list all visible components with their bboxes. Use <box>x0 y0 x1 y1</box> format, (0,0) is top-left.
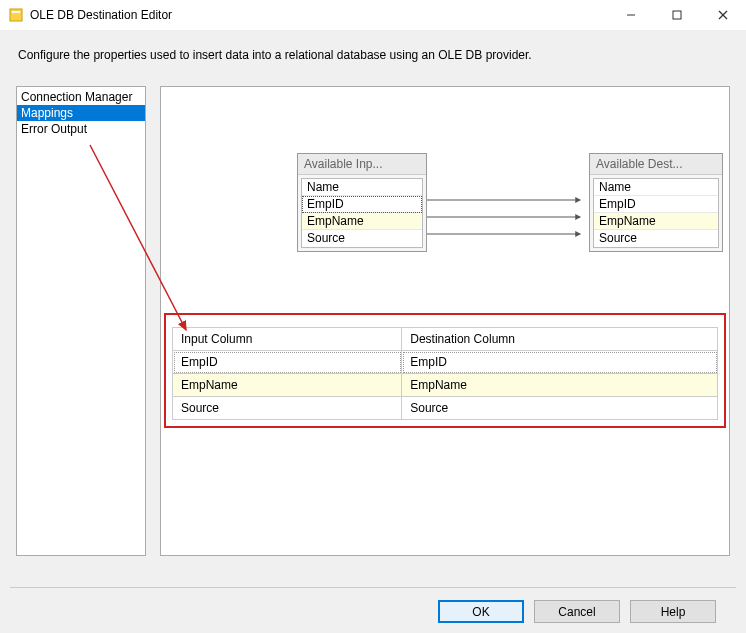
grid-row[interactable]: Source Source <box>173 397 718 420</box>
dest-col-source[interactable]: Source <box>594 230 718 247</box>
mapping-grid-highlight: Input Column Destination Column EmpID Em… <box>164 313 726 428</box>
input-col-source[interactable]: Source <box>302 230 422 247</box>
dest-box-header: Available Dest... <box>590 154 722 175</box>
dest-col-name[interactable]: Name <box>594 179 718 196</box>
input-box-header: Available Inp... <box>298 154 426 175</box>
dest-col-empname[interactable]: EmpName <box>594 213 718 230</box>
sidebar-item-error-output[interactable]: Error Output <box>17 121 145 137</box>
mapping-grid[interactable]: Input Column Destination Column EmpID Em… <box>172 327 718 420</box>
maximize-button[interactable] <box>654 0 700 30</box>
ok-button[interactable]: OK <box>438 600 524 623</box>
sidebar-nav: Connection Manager Mappings Error Output <box>16 86 146 556</box>
svg-rect-1 <box>12 11 20 13</box>
dialog-footer: OK Cancel Help <box>10 587 736 623</box>
grid-cell-input[interactable]: EmpName <box>173 374 402 397</box>
grid-header-input[interactable]: Input Column <box>173 328 402 351</box>
grid-header-dest[interactable]: Destination Column <box>402 328 718 351</box>
available-input-columns-box[interactable]: Available Inp... Name EmpID EmpName Sour… <box>297 153 427 252</box>
description-text: Configure the properties used to insert … <box>0 30 746 76</box>
grid-cell-dest[interactable]: Source <box>402 397 718 420</box>
grid-cell-dest[interactable]: EmpID <box>402 351 718 374</box>
content-panel: Available Inp... Name EmpID EmpName Sour… <box>160 86 730 556</box>
dest-col-empid[interactable]: EmpID <box>594 196 718 213</box>
sidebar-item-mappings[interactable]: Mappings <box>17 105 145 121</box>
minimize-button[interactable] <box>608 0 654 30</box>
svg-rect-3 <box>673 11 681 19</box>
app-icon <box>8 7 24 23</box>
close-button[interactable] <box>700 0 746 30</box>
grid-row[interactable]: EmpName EmpName <box>173 374 718 397</box>
grid-row[interactable]: EmpID EmpID <box>173 351 718 374</box>
available-destination-columns-box[interactable]: Available Dest... Name EmpID EmpName Sou… <box>589 153 723 252</box>
input-col-empid[interactable]: EmpID <box>302 196 422 213</box>
sidebar-item-connection-manager[interactable]: Connection Manager <box>17 89 145 105</box>
grid-cell-input[interactable]: EmpID <box>173 351 402 374</box>
title-bar: OLE DB Destination Editor <box>0 0 746 30</box>
input-col-empname[interactable]: EmpName <box>302 213 422 230</box>
mapping-canvas: Available Inp... Name EmpID EmpName Sour… <box>161 87 729 307</box>
cancel-button[interactable]: Cancel <box>534 600 620 623</box>
svg-rect-0 <box>10 9 22 21</box>
grid-cell-input[interactable]: Source <box>173 397 402 420</box>
help-button[interactable]: Help <box>630 600 716 623</box>
input-col-name[interactable]: Name <box>302 179 422 196</box>
window-title: OLE DB Destination Editor <box>30 8 172 22</box>
grid-cell-dest[interactable]: EmpName <box>402 374 718 397</box>
